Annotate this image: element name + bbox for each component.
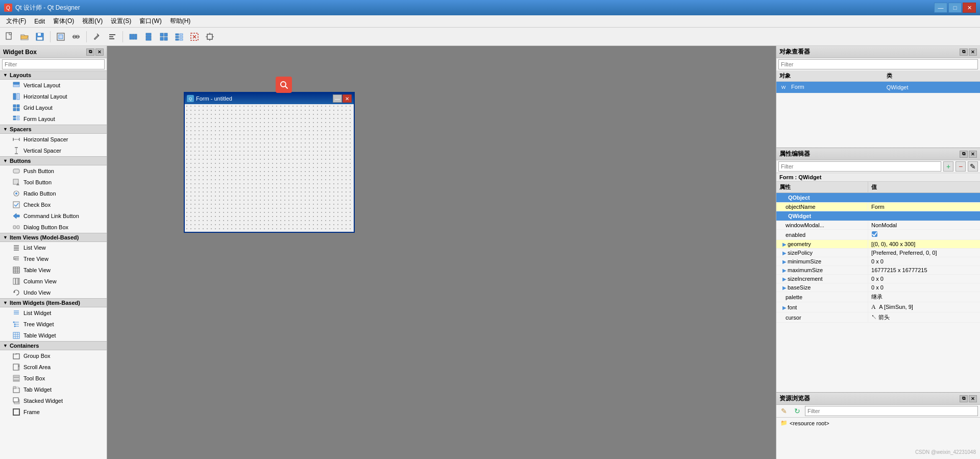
property-editor-float[interactable]: ⧉	[960, 151, 968, 158]
widget-box-filter[interactable]	[2, 59, 105, 69]
widget-table-view[interactable]: Table View	[0, 264, 107, 276]
toolbar-adjust-size[interactable]	[203, 30, 217, 44]
prop-value-sizepolicy[interactable]: [Preferred, Preferred, 0, 0]	[868, 249, 980, 257]
widget-horizontal-layout[interactable]: Horizontal Layout	[0, 91, 107, 102]
toolbar-new[interactable]	[2, 30, 16, 44]
toolbar-break-layout[interactable]	[187, 30, 202, 44]
expand-sizeinc-icon[interactable]: ▶	[782, 276, 787, 282]
expand-font-icon[interactable]: ▶	[782, 305, 787, 310]
prop-value-windowmodal[interactable]: NonModal	[868, 221, 980, 230]
resource-root-item[interactable]: 📁 <resource root>	[780, 420, 976, 426]
res-filter-input[interactable]	[805, 406, 978, 416]
widget-undo-view[interactable]: Undo View	[0, 287, 107, 298]
widget-radio-button[interactable]: Radio Button	[0, 188, 107, 199]
widget-list-widget[interactable]: List Widget	[0, 307, 107, 319]
toolbar-layout-form[interactable]	[172, 30, 186, 44]
widget-box-float[interactable]: ⧉	[86, 49, 94, 56]
widget-scroll-area[interactable]: Scroll Area	[0, 361, 107, 373]
widget-tab-widget[interactable]: Tab Widget	[0, 384, 107, 395]
prop-row-basesize[interactable]: ▶baseSize 0 x 0	[776, 283, 980, 292]
widget-box-controls[interactable]: ⧉ ✕	[86, 49, 104, 56]
prop-row-maximumsize[interactable]: ▶maximumSize 16777215 x 16777215	[776, 266, 980, 275]
widget-push-button[interactable]: Push Button	[0, 165, 107, 177]
prop-filter-input[interactable]	[778, 161, 941, 172]
toolbar-open[interactable]	[17, 30, 32, 44]
widget-vertical-layout[interactable]: Vertical Layout	[0, 80, 107, 91]
prop-row-minimumsize[interactable]: ▶minimumSize 0 x 0	[776, 257, 980, 266]
menu-window[interactable]: 窗口(W)	[135, 15, 165, 27]
search-icon-overlay[interactable]	[276, 77, 292, 93]
prop-value-enabled[interactable]	[868, 230, 980, 240]
prop-value-cursor[interactable]: ↖ 箭头	[868, 312, 980, 323]
prop-add-button[interactable]: +	[943, 161, 953, 172]
prop-value-maximumsize[interactable]: 16777215 x 16777215	[868, 266, 980, 275]
minimize-button[interactable]: —	[934, 3, 947, 13]
form-minimize[interactable]: —	[333, 94, 342, 103]
title-bar-buttons[interactable]: — □ ✕	[934, 3, 976, 13]
widget-check-box[interactable]: Check Box	[0, 199, 107, 210]
prop-row-geometry[interactable]: ▶geometry [(0, 0), 400 x 300]	[776, 240, 980, 249]
toolbar-widget-editor[interactable]	[54, 30, 68, 44]
widget-column-view[interactable]: Column View	[0, 276, 107, 287]
widget-horizontal-spacer[interactable]: Horizontal Spacer	[0, 134, 107, 145]
prop-value-objectname[interactable]: Form	[868, 203, 980, 211]
toolbar-layout-grid[interactable]	[157, 30, 171, 44]
widget-list-view[interactable]: List View	[0, 242, 107, 253]
object-inspector-close[interactable]: ✕	[969, 49, 977, 56]
widget-box-close[interactable]: ✕	[95, 49, 104, 56]
toolbar-align[interactable]	[105, 30, 119, 44]
widget-stacked-widget[interactable]: Stacked Widget	[0, 395, 107, 406]
form-close[interactable]: ✕	[342, 94, 352, 103]
expand-qobject-icon[interactable]: ▼	[779, 195, 785, 201]
widget-table-widget[interactable]: Table Widget	[0, 330, 107, 341]
widget-dialog-button-box[interactable]: Dialog Button Box	[0, 222, 107, 233]
widget-group-box[interactable]: GB Group Box	[0, 350, 107, 361]
object-inspector-controls[interactable]: ⧉ ✕	[960, 49, 977, 56]
menu-view[interactable]: 视图(V)	[78, 15, 107, 27]
close-button[interactable]: ✕	[963, 3, 976, 13]
widget-grid-layout[interactable]: Grid Layout	[0, 102, 107, 113]
property-editor-close[interactable]: ✕	[969, 151, 977, 158]
form-titlebar-buttons[interactable]: — ✕	[333, 94, 352, 103]
prop-row-font[interactable]: ▶font A A [SimSun, 9]	[776, 302, 980, 312]
category-item-views[interactable]: ▼ Item Views (Model-Based)	[0, 233, 107, 242]
category-item-widgets[interactable]: ▼ Item Widgets (Item-Based)	[0, 298, 107, 307]
resource-browser-float[interactable]: ⧉	[960, 395, 968, 402]
menu-file[interactable]: 文件(F)	[2, 15, 30, 27]
prop-row-windowmodal[interactable]: windowModal... NonModal	[776, 221, 980, 230]
inspector-row[interactable]: W Form QWidget	[776, 82, 980, 93]
prop-options-button[interactable]: ✎	[968, 161, 978, 172]
widget-frame[interactable]: Frame	[0, 406, 107, 418]
prop-value-minimumsize[interactable]: 0 x 0	[868, 257, 980, 266]
prop-value-sizeincrement[interactable]: 0 x 0	[868, 275, 980, 283]
object-inspector-float[interactable]: ⧉	[960, 49, 968, 56]
category-layouts[interactable]: ▼ Layouts	[0, 70, 107, 80]
prop-row-enabled[interactable]: enabled	[776, 230, 980, 240]
menu-help[interactable]: 帮助(H)	[166, 15, 195, 27]
expand-maxsize-icon[interactable]: ▶	[782, 268, 787, 273]
prop-value-basesize[interactable]: 0 x 0	[868, 283, 980, 292]
widget-form-layout[interactable]: Form Layout	[0, 113, 107, 125]
property-editor-controls[interactable]: ⧉ ✕	[960, 151, 977, 158]
toolbar-layout-v[interactable]	[141, 30, 156, 44]
toolbar-signal-slot[interactable]	[69, 30, 83, 44]
expand-basesize-icon[interactable]: ▶	[782, 285, 787, 291]
toolbar-edit[interactable]	[90, 30, 104, 44]
prop-scroll[interactable]: 属性 值 ▼ QObject objectNa	[776, 182, 980, 392]
form-window[interactable]: Q Form - untitled — ✕	[184, 92, 355, 233]
category-spacers[interactable]: ▼ Spacers	[0, 125, 107, 134]
toolbar-layout-h[interactable]	[126, 30, 140, 44]
toolbar-save[interactable]	[33, 30, 47, 44]
prop-section-qobject[interactable]: ▼ QObject	[776, 193, 980, 203]
widget-tool-button[interactable]: Tool Button	[0, 177, 107, 188]
widget-tool-box[interactable]: Tool Box	[0, 373, 107, 384]
expand-minsize-icon[interactable]: ▶	[782, 259, 787, 264]
prop-row-cursor[interactable]: cursor ↖ 箭头	[776, 312, 980, 323]
prop-row-palette[interactable]: palette 继承	[776, 292, 980, 302]
prop-row-sizeincrement[interactable]: ▶sizeIncrement 0 x 0	[776, 275, 980, 283]
res-refresh-button[interactable]: ↻	[792, 406, 803, 416]
menu-form[interactable]: 窗体(O)	[49, 15, 78, 27]
menu-settings[interactable]: 设置(S)	[107, 15, 135, 27]
prop-row-sizepolicy[interactable]: ▶sizePolicy [Preferred, Preferred, 0, 0]	[776, 249, 980, 257]
widget-tree-view[interactable]: Tree View	[0, 253, 107, 264]
